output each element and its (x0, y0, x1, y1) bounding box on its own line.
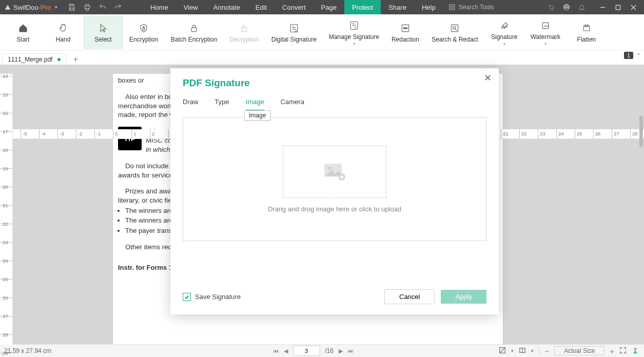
ribbon-search-redact-button[interactable]: Search & Redact (425, 15, 484, 49)
swifdoo-logo-icon (4, 4, 11, 11)
ribbon-flatten-button[interactable]: Flatten (567, 15, 607, 49)
fullscreen-icon[interactable] (619, 347, 627, 355)
modified-indicator-icon (57, 58, 61, 61)
check-icon (184, 294, 189, 300)
prev-page-button[interactable]: ◀ (284, 348, 288, 354)
ribbon-digital-signature-button[interactable]: Digital Signature (265, 15, 323, 49)
new-tab-button[interactable]: + (69, 54, 82, 65)
ribbon-label: Manage Signature (329, 33, 379, 41)
cart-icon[interactable] (543, 0, 559, 14)
ribbon-label: Hand (56, 36, 71, 43)
signature-image-drop-area[interactable]: Drang and drog image here or click to up… (183, 117, 486, 241)
svg-point-5 (553, 9, 554, 10)
status-bar: 21.59 x 27.94 cm ⏮ ◀ /16 ▶ ⏭ ▾ ▾ − Actua… (0, 344, 644, 357)
tab-tooltip: Image (244, 110, 270, 121)
save-signature-checkbox[interactable] (183, 293, 191, 301)
ribbon-select-button[interactable]: Select (83, 15, 123, 49)
ribbon-signature-button[interactable]: Signature▾ (484, 15, 524, 49)
ribbon-hand-button[interactable]: Hand (43, 15, 83, 49)
app-brand[interactable]: SwifDoo-Pro ▾ (0, 0, 62, 14)
ribbon-batch-encryption-button[interactable]: Batch Encryption (165, 15, 224, 49)
sign-icon (499, 20, 510, 31)
grid-icon (448, 4, 456, 11)
window-minimize-button[interactable] (595, 0, 610, 14)
search-placeholder: Search Tools (459, 4, 494, 11)
signature-tab-draw[interactable]: Draw (183, 98, 198, 111)
cursor-icon (97, 23, 109, 34)
ribbon-redaction-button[interactable]: Redaction (385, 15, 425, 49)
ribbon-label: Decryption (229, 36, 259, 43)
menu-item-annotate[interactable]: Annotate (206, 0, 248, 14)
signature-tab-camera[interactable]: Camera (281, 98, 304, 111)
ribbon-toolbar: StartHandSelectEncryptionBatch Encryptio… (0, 14, 644, 51)
brand-dropdown-icon[interactable]: ▾ (55, 5, 57, 10)
page-thumbnail-indicator[interactable]: 1 (624, 52, 633, 59)
menu-item-home[interactable]: Home (143, 0, 176, 14)
vertical-ruler: 14151617181920212223242526272829 (0, 74, 13, 345)
total-pages-label: /16 (325, 347, 334, 354)
view-dropdown-icon[interactable]: ▾ (511, 348, 514, 353)
image-add-icon (322, 162, 347, 182)
menu-item-view[interactable]: View (176, 0, 206, 14)
dropzone-inner[interactable] (283, 146, 386, 198)
divider (539, 347, 539, 354)
read-mode-icon[interactable] (519, 347, 526, 355)
signature-tab-image[interactable]: Image (246, 98, 264, 111)
ribbon-label: Redaction (392, 36, 419, 43)
page-layout-icon[interactable] (499, 347, 506, 355)
ribbon-decryption-button: Decryption (223, 15, 265, 49)
last-page-button[interactable]: ⏭ (348, 348, 354, 354)
first-page-button[interactable]: ⏮ (273, 348, 279, 354)
menu-item-share[interactable]: Share (381, 0, 414, 14)
save-signature-label: Save Signature (195, 293, 241, 301)
menu-item-edit[interactable]: Edit (248, 0, 275, 14)
chevron-down-icon: ▾ (544, 43, 547, 46)
apply-button[interactable]: Apply (441, 290, 486, 304)
user-account-icon[interactable] (559, 0, 574, 14)
window-maximize-button[interactable] (610, 0, 626, 14)
chevron-down-icon: ▾ (353, 43, 355, 46)
cancel-button[interactable]: Cancel (384, 289, 435, 304)
bell-icon[interactable] (574, 0, 590, 14)
menu-item-convert[interactable]: Convert (275, 0, 314, 14)
svg-rect-13 (242, 28, 247, 31)
svg-rect-18 (452, 25, 458, 31)
dialog-title: PDF Signature (183, 77, 486, 89)
ribbon-manage-signature-button[interactable]: Manage Signature▾ (323, 15, 385, 49)
read-dropdown-icon[interactable]: ▾ (531, 348, 534, 353)
ribbon-watermark-button[interactable]: WMWatermark▾ (524, 15, 567, 49)
svg-point-7 (565, 5, 568, 7)
zoom-in-button[interactable]: + (610, 347, 614, 355)
zoom-out-button[interactable]: − (544, 347, 549, 355)
zoom-level-select[interactable]: Actual Size (554, 346, 604, 355)
menu-item-protect[interactable]: Protect (344, 0, 381, 14)
redo-icon[interactable] (114, 3, 122, 11)
window-close-button[interactable] (626, 0, 641, 14)
status-right: ▾ ▾ − Actual Size + (499, 346, 644, 355)
ribbon-encryption-button[interactable]: Encryption (123, 15, 165, 49)
print-icon[interactable] (83, 3, 91, 11)
pin-icon[interactable] (632, 347, 639, 355)
ribbon-label: Signature (491, 33, 517, 41)
menu-item-help[interactable]: Help (414, 0, 443, 14)
dsig-icon (288, 23, 300, 34)
svg-rect-3 (453, 8, 455, 10)
dialog-close-button[interactable]: ✕ (484, 73, 492, 83)
save-icon[interactable] (68, 3, 76, 11)
next-page-button[interactable]: ▶ (339, 348, 343, 354)
signature-tab-type[interactable]: Type (214, 98, 229, 111)
titlebar: SwifDoo-Pro ▾ HomeViewAnnotateEditConver… (0, 0, 644, 14)
document-tab[interactable]: 1111_Merge.pdf (2, 53, 66, 65)
menu-item-page[interactable]: Page (314, 0, 344, 14)
undo-icon[interactable] (99, 3, 107, 11)
svg-line-30 (500, 347, 505, 353)
search-tools[interactable]: Search Tools (448, 4, 494, 11)
ribbon-label: Batch Encryption (171, 36, 218, 43)
ribbon-label: Select (94, 36, 111, 43)
current-page-input[interactable] (293, 346, 320, 356)
chevron-up-icon[interactable]: ⌃ (636, 52, 641, 59)
ribbon-start-button[interactable]: Start (3, 15, 43, 49)
svg-rect-17 (403, 27, 407, 29)
scrollbar-thumb[interactable] (639, 116, 643, 147)
svg-rect-9 (616, 5, 620, 9)
